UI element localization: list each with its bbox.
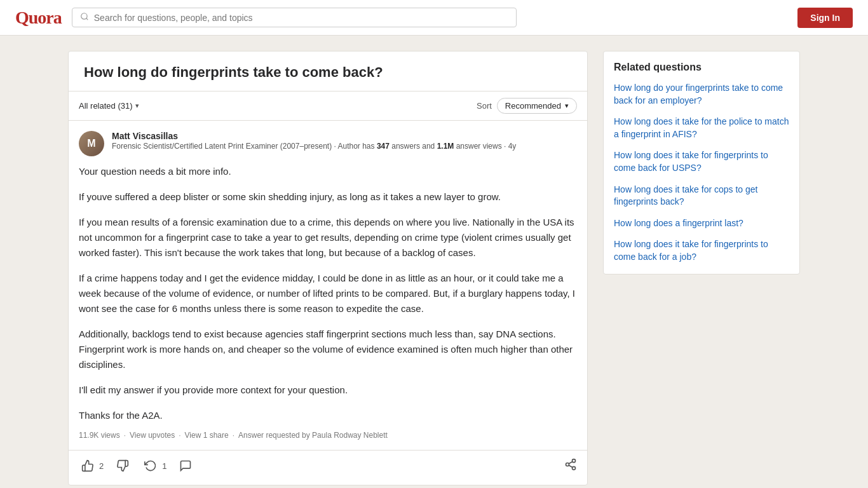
answer-para-7: Thanks for the A2A. xyxy=(79,408,577,423)
answer-body: Your question needs a bit more info. If … xyxy=(79,164,577,423)
related-link-6[interactable]: How long does it take for fingerprints t… xyxy=(614,239,768,262)
search-icon xyxy=(80,12,89,23)
avatar: M xyxy=(79,131,104,156)
author-name[interactable]: Matt Viscasillas xyxy=(112,131,577,141)
related-item-6: How long does it take for fingerprints t… xyxy=(614,238,789,263)
author-row: M Matt Viscasillas Forensic Scientist/Ce… xyxy=(79,131,577,156)
answer-para-3: If you mean results of a forensic examin… xyxy=(79,215,577,261)
answer-para-1: Your question needs a bit more info. xyxy=(79,164,577,179)
views-count: 11.9K views xyxy=(79,431,120,440)
svg-point-4 xyxy=(573,466,576,470)
svg-line-1 xyxy=(86,18,88,20)
upvote-button[interactable] xyxy=(79,457,97,475)
related-link-1[interactable]: How long do your fingerprints take to co… xyxy=(614,83,783,105)
svg-line-5 xyxy=(569,465,573,467)
sort-dropdown[interactable]: Recommended ▾ xyxy=(497,98,577,114)
view-share-link[interactable]: View 1 share xyxy=(185,431,229,440)
sort-chevron-icon: ▾ xyxy=(565,102,569,110)
avatar-image: M xyxy=(79,131,104,156)
question-title: How long do fingerprints take to come ba… xyxy=(84,64,572,81)
svg-line-6 xyxy=(569,461,573,463)
svg-point-2 xyxy=(573,459,576,462)
all-related-filter[interactable]: All related (31) ▾ xyxy=(79,101,139,111)
main-container: How long do fingerprints take to come ba… xyxy=(53,36,815,488)
author-bio: Forensic Scientist/Certified Latent Prin… xyxy=(112,141,577,152)
sidebar: Related questions How long do your finge… xyxy=(603,51,800,274)
related-link-2[interactable]: How long does it take for the police to … xyxy=(614,116,789,139)
header-right: Sign In xyxy=(797,8,853,28)
related-item-4: How long does it take for cops to get fi… xyxy=(614,184,789,208)
all-related-label: All related (31) xyxy=(79,101,133,111)
author-info: Matt Viscasillas Forensic Scientist/Cert… xyxy=(112,131,577,152)
related-item-1: How long do your fingerprints take to co… xyxy=(614,82,789,107)
upvote-count: 2 xyxy=(99,461,104,471)
bio-mid: answers and xyxy=(390,142,437,151)
related-link-5[interactable]: How long does a fingerprint last? xyxy=(614,218,743,228)
svg-point-0 xyxy=(81,13,87,19)
sign-in-button[interactable]: Sign In xyxy=(797,8,853,28)
comment-group xyxy=(177,457,194,475)
redo-count: 1 xyxy=(162,461,166,471)
question-card: How long do fingerprints take to come ba… xyxy=(68,51,588,485)
related-item-5: How long does a fingerprint last? xyxy=(614,217,789,230)
answer-footer: 11.9K views · View upvotes · View 1 shar… xyxy=(79,431,577,440)
redo-group: 1 xyxy=(142,457,166,475)
answer-para-2: If youve suffered a deep blister or some… xyxy=(79,189,577,205)
answer-para-4: If a crime happens today and I get the e… xyxy=(79,271,577,316)
related-questions-list: How long do your fingerprints take to co… xyxy=(614,82,789,264)
related-link-4[interactable]: How long does it take for cops to get fi… xyxy=(614,184,757,207)
filter-chevron-icon: ▾ xyxy=(135,102,139,110)
related-questions-title: Related questions xyxy=(614,62,789,73)
answer-para-5: Additionally, backlogs tend to exist bec… xyxy=(79,327,577,372)
bio-answers: 347 xyxy=(377,142,390,151)
downvote-button[interactable] xyxy=(114,457,132,475)
comment-button[interactable] xyxy=(177,457,194,475)
answer-requested: Answer requested by Paula Rodway Neblett xyxy=(238,431,388,440)
bio-suffix: answer views · 4y xyxy=(454,142,516,151)
search-input[interactable] xyxy=(94,13,508,23)
related-item-2: How long does it take for the police to … xyxy=(614,116,789,140)
share-button[interactable] xyxy=(564,458,577,474)
bio-views: 1.1M xyxy=(437,142,454,151)
sort-option-label: Recommended xyxy=(505,101,561,111)
site-header: Quora Sign In xyxy=(0,0,868,36)
svg-point-3 xyxy=(566,463,569,466)
answer-para-6: I'll edit my answer if you provide more … xyxy=(79,383,577,398)
bio-prefix: Forensic Scientist/Certified Latent Prin… xyxy=(112,142,377,151)
question-title-area: How long do fingerprints take to come ba… xyxy=(69,51,587,92)
answer-filters: All related (31) ▾ Sort Recommended ▾ xyxy=(69,92,587,121)
logo[interactable]: Quora xyxy=(15,8,62,28)
redo-button[interactable] xyxy=(142,457,159,475)
view-upvotes-link[interactable]: View upvotes xyxy=(130,431,175,440)
search-bar[interactable] xyxy=(72,8,517,27)
answer-container: M Matt Viscasillas Forensic Scientist/Ce… xyxy=(69,121,587,451)
related-item-3: How long does it take for fingerprints t… xyxy=(614,149,789,174)
downvote-group xyxy=(114,457,132,475)
related-questions-card: Related questions How long do your finge… xyxy=(603,51,800,274)
related-link-3[interactable]: How long does it take for fingerprints t… xyxy=(614,150,768,173)
sort-label: Sort xyxy=(477,101,492,111)
upvote-group: 2 xyxy=(79,457,104,475)
action-bar: 2 1 xyxy=(69,451,587,485)
